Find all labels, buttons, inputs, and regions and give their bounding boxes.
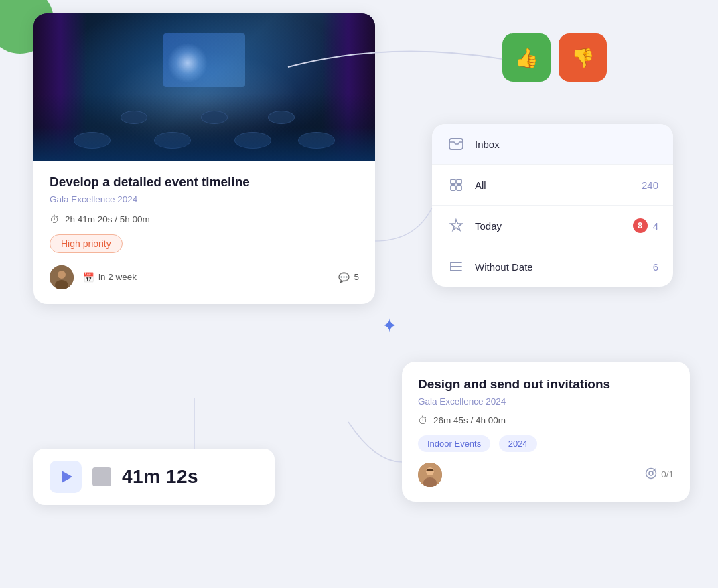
inbox-item-inbox[interactable]: Inbox: [432, 124, 673, 165]
timer-widget: 41m 12s: [33, 449, 275, 505]
without-date-label: Without Date: [475, 261, 653, 273]
task-card-second: Design and send out invitations Gala Exc…: [402, 362, 690, 502]
timer-icon-2: ⏱: [418, 415, 428, 426]
svg-point-16: [649, 471, 653, 475]
layers-icon: [447, 175, 465, 194]
inbox-label: Inbox: [475, 139, 658, 150]
comment-icon: 💬: [338, 272, 350, 283]
task-title: Develop a detailed event timeline: [50, 174, 359, 191]
tag-2024: 2024: [499, 435, 537, 452]
assignee-avatar: [50, 265, 74, 289]
priority-badge: High priority: [50, 234, 123, 253]
today-label: Today: [475, 220, 633, 232]
second-task-project: Gala Excellence 2024: [418, 396, 674, 407]
event-image: [33, 13, 375, 161]
play-triangle-icon: [62, 471, 72, 483]
calendar-icon: 📅: [83, 272, 94, 283]
inbox-item-today[interactable]: Today 8 4: [432, 206, 673, 246]
task-card-body: Develop a detailed event timeline Gala E…: [33, 161, 375, 304]
subtask-info: 0/1: [645, 467, 674, 482]
star-icon: [447, 216, 465, 235]
today-notification-badge: 8: [633, 218, 648, 233]
thumbs-down-icon: 👎: [571, 47, 595, 69]
second-assignee-avatar: [418, 463, 442, 487]
inbox-panel: Inbox All 240 Today 8 4: [432, 124, 673, 287]
thumbs-up-button[interactable]: 👍: [502, 33, 551, 82]
blue-star-decoration: ✦: [382, 315, 397, 337]
task-project: Gala Excellence 2024: [50, 194, 359, 204]
timer-icon: ⏱: [50, 214, 60, 225]
time-value: 2h 41m 20s / 5h 00m: [65, 214, 150, 224]
svg-point-1: [58, 271, 66, 279]
tags-row: Indoor Events 2024: [418, 435, 674, 463]
tag-indoor-events: Indoor Events: [418, 435, 490, 452]
second-task-time: ⏱ 26m 45s / 4h 00m: [418, 415, 674, 426]
all-label: All: [475, 179, 642, 191]
subtask-count: 0/1: [661, 469, 674, 480]
svg-rect-6: [451, 186, 455, 190]
second-task-title: Design and send out invitations: [418, 376, 674, 393]
svg-rect-4: [451, 179, 455, 184]
due-date: 📅 in 2 week: [83, 272, 137, 283]
without-date-count: 6: [653, 261, 658, 273]
second-task-footer: 0/1: [418, 463, 674, 487]
play-button[interactable]: [50, 461, 82, 493]
task-footer: 📅 in 2 week 💬 5: [50, 265, 359, 289]
subtask-icon: [645, 467, 657, 482]
all-count: 240: [642, 179, 658, 191]
svg-rect-7: [457, 186, 461, 190]
thumbs-up-icon: 👍: [515, 47, 538, 69]
second-time-value: 26m 45s / 4h 00m: [433, 415, 506, 425]
task-card-main: Develop a detailed event timeline Gala E…: [33, 13, 375, 304]
list-icon: [447, 257, 465, 276]
inbox-item-all[interactable]: All 240: [432, 165, 673, 206]
comments-count: 💬 5: [338, 272, 359, 283]
svg-rect-5: [457, 179, 461, 184]
inbox-icon: [447, 135, 465, 153]
task-time: ⏱ 2h 41m 20s / 5h 00m: [50, 214, 359, 225]
timer-display: 41m 12s: [122, 466, 198, 488]
feedback-buttons: 👍 👎: [502, 33, 607, 82]
inbox-item-without-date[interactable]: Without Date 6: [432, 246, 673, 287]
stop-button[interactable]: [92, 467, 111, 486]
today-count: 4: [653, 220, 658, 232]
thumbs-down-button[interactable]: 👎: [559, 33, 607, 82]
